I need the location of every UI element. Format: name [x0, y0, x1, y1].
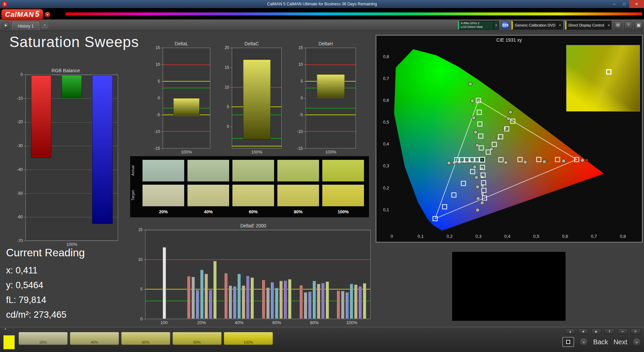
value-bar	[271, 282, 274, 319]
eject-button[interactable]: ▲	[565, 328, 575, 335]
value-bar	[308, 292, 312, 319]
reference-line	[306, 115, 356, 115]
meter-selector[interactable]: X-Rite i1Pro 2 LCD Direct View ▾	[458, 21, 499, 30]
delta-c-chart: DeltaC20151050100%	[222, 41, 282, 155]
display-control-selector[interactable]: Direct Display Control ▾	[565, 21, 611, 30]
chart-title: DeltaL	[153, 41, 210, 48]
bar-group	[220, 230, 258, 319]
current-color-swatch	[3, 335, 15, 349]
plot-area	[25, 75, 118, 241]
actual-swatch	[232, 160, 274, 182]
rgb-balance-chart: RGB Balance0-10-20-30-40-50-60-70100%	[13, 68, 118, 248]
value-bar	[304, 292, 307, 319]
close-button[interactable]: ✕	[629, 0, 644, 8]
column-label: 80%	[277, 209, 319, 216]
value-bar	[173, 98, 200, 116]
refresh-button[interactable]: ⟳	[631, 328, 641, 335]
target-swatch	[187, 184, 229, 207]
row-label: Target	[131, 184, 140, 207]
value-bar	[262, 280, 265, 319]
saturation-patch[interactable]: 60%	[121, 332, 170, 345]
value-bar	[288, 279, 291, 319]
pattern-window-toggle[interactable]: ▣	[635, 21, 643, 29]
value-bar	[354, 284, 358, 319]
current-reading-title: Current Reading	[6, 247, 85, 259]
y-tick-label: 10	[156, 62, 160, 67]
value-bar	[31, 75, 51, 158]
collapse-button[interactable]: ▲	[2, 327, 9, 330]
source-selector[interactable]: Generic Calibration DVD ▾	[512, 21, 562, 30]
actual-swatch	[322, 160, 364, 182]
svg-text:0,4: 0,4	[383, 141, 389, 146]
bar-group	[333, 230, 370, 319]
chevron-down-icon: ▾	[557, 21, 562, 29]
actual-swatch	[142, 160, 184, 182]
x-axis-label: 100%	[153, 148, 210, 155]
run-button[interactable]: ▶	[3, 22, 9, 29]
back-button[interactable]: Back	[593, 338, 608, 346]
loop-button[interactable]: ∞	[618, 328, 628, 335]
svg-text:0,3: 0,3	[475, 234, 481, 239]
footer-bar: ▲ 20%40%60%80%100% ▲■▶‖∞⟳ « Back Next »	[0, 327, 644, 352]
value-bar	[224, 273, 228, 319]
y-tick-label: 5	[301, 79, 303, 84]
saturation-patch[interactable]: 80%	[172, 332, 222, 345]
reading-x: x: 0,411	[6, 263, 85, 278]
value-bar	[242, 285, 245, 319]
bar-group	[146, 230, 183, 319]
pattern-preview-window	[452, 252, 566, 321]
window-icon: ▣	[637, 23, 641, 28]
tab-history-1[interactable]: History 1	[12, 22, 39, 31]
saturation-patch[interactable]: 100%	[224, 332, 273, 345]
current-reading-panel: Current Reading x: 0,411 y: 0,5464 fL: 7…	[6, 247, 85, 322]
value-bar	[321, 283, 325, 319]
value-bar	[229, 285, 232, 319]
svg-text:0,1: 0,1	[418, 234, 424, 239]
y-tick-label: -10	[297, 129, 303, 134]
saturation-patch[interactable]: 20%	[18, 332, 68, 345]
help-button[interactable]: ?	[624, 21, 632, 29]
pause-button[interactable]: ‖	[604, 328, 614, 335]
reference-line	[306, 64, 356, 65]
chart-title: DeltaH	[296, 41, 356, 48]
group-label: 60%	[258, 320, 296, 326]
add-tab-button[interactable]: +	[41, 22, 48, 28]
stop-button[interactable]: ■	[578, 328, 588, 335]
value-bar	[163, 247, 166, 319]
play-button[interactable]: ▶	[591, 328, 601, 335]
y-tick-label: -15	[297, 146, 303, 151]
back-chevron-button[interactable]: «	[580, 338, 588, 346]
plot-area	[145, 230, 371, 319]
pattern-window-button[interactable]	[562, 337, 574, 347]
patch-label: 20%	[19, 340, 67, 344]
value-bar	[341, 291, 344, 319]
group-label: 100	[145, 320, 183, 326]
value-bar	[275, 288, 278, 319]
transport-controls: ▲■▶‖∞⟳	[565, 328, 641, 335]
calman-logo[interactable]: CalMAN5 ▾	[1, 9, 50, 20]
window-title: CalMAN 5 CalMAN Ultimate for Business 36…	[0, 2, 644, 6]
value-bar	[233, 286, 236, 319]
svg-text:0,6: 0,6	[383, 98, 389, 103]
actual-target-table: ActualTarget20%40%60%80%100%	[130, 156, 369, 217]
value-bar	[317, 74, 345, 98]
svg-text:0,2: 0,2	[383, 185, 389, 190]
settings-button[interactable]: ⚙	[614, 21, 622, 29]
column-label: 60%	[232, 209, 274, 216]
maximize-button[interactable]: □	[619, 0, 629, 8]
reference-line	[306, 108, 356, 108]
svg-text:0,8: 0,8	[383, 54, 389, 59]
logo-menu-button[interactable]: ▾	[45, 12, 50, 17]
minimize-button[interactable]: –	[609, 0, 619, 8]
next-button[interactable]: Next	[613, 338, 627, 346]
chart-title: RGB Balance	[13, 68, 118, 75]
saturation-patch[interactable]: 40%	[70, 332, 119, 345]
y-tick-label: 15	[225, 65, 229, 70]
value-bar	[363, 283, 366, 319]
next-chevron-button[interactable]: »	[633, 338, 641, 346]
svg-text:0,8: 0,8	[620, 234, 626, 239]
value-bar	[359, 286, 362, 319]
value-bar	[246, 276, 250, 319]
group-label: 20%	[183, 320, 220, 326]
y-tick-label: -40	[17, 167, 23, 172]
